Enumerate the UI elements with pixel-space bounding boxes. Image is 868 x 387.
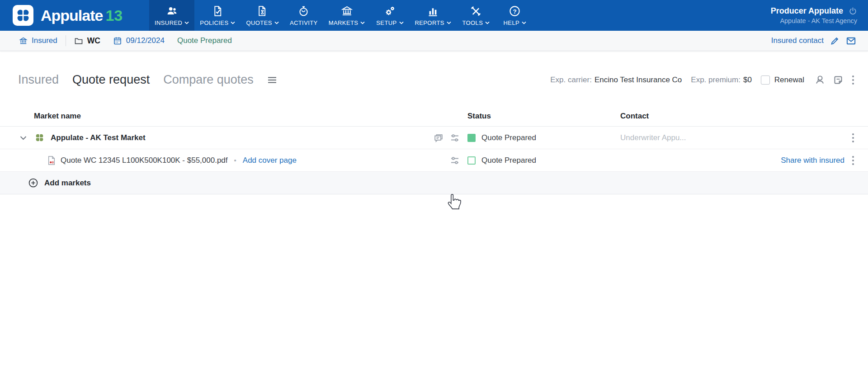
market-settings-button[interactable] <box>449 132 460 143</box>
nav-tools-label: TOOLS <box>462 19 483 26</box>
market-status: Quote Prepared <box>481 133 536 142</box>
breadcrumb-insured[interactable]: Insured <box>19 36 57 45</box>
nav-reports-label: REPORTS <box>415 19 444 26</box>
renewal-label: Renewal <box>774 76 804 85</box>
power-icon[interactable] <box>849 7 857 15</box>
tab-quote-request[interactable]: Quote request <box>72 73 150 87</box>
nav-policies-label: POLICIES <box>200 19 228 26</box>
divider <box>66 35 66 46</box>
bank-icon <box>341 5 353 17</box>
comments-button[interactable] <box>433 132 444 143</box>
table-row-market: Appulate - AK Test Market <box>0 127 868 149</box>
nav-insured-label: INSURED <box>155 19 182 26</box>
market-contact[interactable]: Underwriter Appu... <box>620 133 760 142</box>
nav-tools[interactable]: TOOLS <box>457 0 495 31</box>
nav-help-label: HELP <box>504 19 520 26</box>
quote-summary: Exp. carrier: Encino Test Insurance Co E… <box>550 74 855 86</box>
sliders-icon <box>449 132 460 143</box>
add-markets-label: Add markets <box>44 179 91 188</box>
find-contact-button[interactable] <box>814 74 826 85</box>
nav-setup[interactable]: SETUP <box>370 0 409 31</box>
insured-contact-label[interactable]: Insured contact <box>771 36 824 45</box>
more-actions-button[interactable] <box>851 74 855 86</box>
breadcrumb-status: Quote Prepared <box>177 36 232 45</box>
user-name[interactable]: Producer Appulate <box>771 6 843 16</box>
cursor-pointer <box>445 194 463 214</box>
breadcrumb: Insured WC 09/12/2024 Quote Prepared Ins… <box>0 31 868 51</box>
renewal-checkbox[interactable] <box>761 76 770 85</box>
column-market-name: Market name <box>18 112 427 121</box>
tab-overflow-menu[interactable] <box>267 76 277 85</box>
calendar-icon <box>113 36 122 45</box>
tab-compare-quotes[interactable]: Compare quotes <box>163 73 254 87</box>
nav-activity[interactable]: ACTIVITY <box>284 0 323 31</box>
chevron-down-icon <box>485 21 490 24</box>
quote-file-name[interactable]: Quote WC 12345 L100K500K100K - $55,000.p… <box>61 156 228 165</box>
add-cover-page-link[interactable]: Add cover page <box>243 156 297 165</box>
column-status: Status <box>467 112 620 121</box>
tools-icon <box>470 5 482 17</box>
user-agency: Appulate - AK Test Agency <box>780 17 857 24</box>
nav-setup-label: SETUP <box>376 19 396 26</box>
exp-carrier-label: Exp. carrier: <box>550 76 592 85</box>
kebab-icon <box>852 155 854 166</box>
nav-quotes[interactable]: QUOTES <box>241 0 284 31</box>
sliders-icon <box>449 155 460 166</box>
chevron-down-icon <box>274 21 279 24</box>
tab-insured[interactable]: Insured <box>18 73 59 87</box>
gears-icon <box>384 5 396 17</box>
person-search-icon <box>814 74 826 85</box>
chevron-down-icon <box>399 21 404 24</box>
breadcrumb-effective-date[interactable]: 09/12/2024 <box>113 36 165 45</box>
breadcrumb-lob[interactable]: WC <box>74 36 100 46</box>
edit-contact-button[interactable] <box>830 36 840 46</box>
column-contact: Contact <box>620 112 760 121</box>
breadcrumb-lob-label: WC <box>87 36 100 46</box>
appulate-clover-icon <box>13 5 33 26</box>
nav-markets[interactable]: MARKETS <box>323 0 371 31</box>
nav-help[interactable]: ? HELP <box>495 0 534 31</box>
market-name[interactable]: Appulate - AK Test Market <box>51 133 146 142</box>
user-info: Producer Appulate Appulate - AK Test Age… <box>771 0 868 31</box>
people-icon <box>166 5 178 17</box>
brand-version: 13 <box>105 7 123 24</box>
add-markets-button[interactable]: Add markets <box>0 172 868 194</box>
breadcrumb-date-label: 09/12/2024 <box>126 36 165 45</box>
nav-reports[interactable]: REPORTS <box>409 0 456 31</box>
status-indicator-filled <box>467 134 476 142</box>
brand-name: Appulate13 <box>41 7 123 24</box>
collapse-chevron-icon[interactable] <box>19 135 28 141</box>
pdf-file-icon <box>47 156 56 165</box>
share-with-insured-link[interactable]: Share with insured <box>781 156 844 165</box>
exp-premium-value: $0 <box>743 76 752 85</box>
table-row-quote-file: Quote WC 12345 L100K500K100K - $55,000.p… <box>0 149 868 172</box>
separator-dot: • <box>234 156 236 164</box>
nav-markets-label: MARKETS <box>329 19 359 26</box>
chevron-down-icon <box>522 21 526 24</box>
chevron-down-icon <box>184 21 189 24</box>
status-indicator-outline <box>467 156 476 165</box>
quote-settings-button[interactable] <box>449 155 460 166</box>
notes-button[interactable] <box>833 75 844 85</box>
nav-insured[interactable]: INSURED <box>149 0 194 31</box>
chevron-down-icon <box>231 21 235 24</box>
main-content: Insured Quote request Compare quotes Exp… <box>0 51 868 194</box>
brand-text: Appulate <box>41 7 103 24</box>
quote-row-menu-button[interactable] <box>851 154 855 167</box>
table-header: Market name Status Contact <box>0 106 868 127</box>
markets-table: Market name Status Contact <box>0 106 868 194</box>
bank-icon <box>19 37 28 45</box>
email-contact-button[interactable] <box>846 36 856 46</box>
chevron-down-icon <box>447 21 451 24</box>
exp-premium-label: Exp. premium: <box>691 76 741 85</box>
nav-policies[interactable]: POLICIES <box>194 0 241 31</box>
folder-icon <box>74 36 83 45</box>
comment-icon <box>433 132 444 143</box>
document-check-icon <box>212 5 224 17</box>
hamburger-icon <box>267 76 277 85</box>
pencil-icon <box>830 36 840 46</box>
app-logo[interactable]: Appulate13 <box>0 0 149 31</box>
note-icon <box>833 75 844 85</box>
market-row-menu-button[interactable] <box>851 132 855 144</box>
exp-carrier-value: Encino Test Insurance Co <box>594 76 682 85</box>
